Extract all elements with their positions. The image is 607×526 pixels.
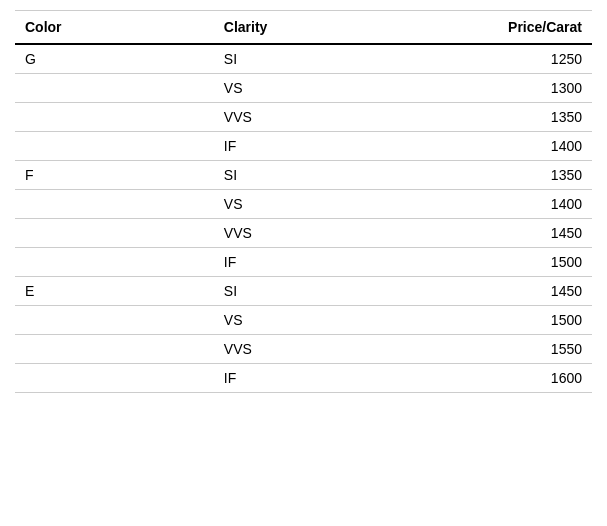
- cell-price: 1450: [413, 277, 592, 306]
- cell-price: 1500: [413, 306, 592, 335]
- cell-color: [15, 364, 214, 393]
- cell-clarity: SI: [214, 277, 413, 306]
- cell-price: 1400: [413, 190, 592, 219]
- cell-price: 1350: [413, 161, 592, 190]
- cell-color: G: [15, 44, 214, 74]
- cell-price: 1250: [413, 44, 592, 74]
- cell-color: [15, 248, 214, 277]
- cell-clarity: VS: [214, 74, 413, 103]
- table-row: VVS1350: [15, 103, 592, 132]
- header-color: Color: [15, 11, 214, 45]
- cell-clarity: IF: [214, 364, 413, 393]
- cell-color: [15, 103, 214, 132]
- table-row: IF1600: [15, 364, 592, 393]
- cell-price: 1550: [413, 335, 592, 364]
- cell-color: [15, 190, 214, 219]
- table-row: IF1400: [15, 132, 592, 161]
- table-row: VS1500: [15, 306, 592, 335]
- cell-price: 1450: [413, 219, 592, 248]
- cell-clarity: IF: [214, 248, 413, 277]
- cell-color: [15, 335, 214, 364]
- header-clarity: Clarity: [214, 11, 413, 45]
- cell-color: [15, 132, 214, 161]
- cell-color: [15, 306, 214, 335]
- table-row: VVS1550: [15, 335, 592, 364]
- cell-price: 1400: [413, 132, 592, 161]
- cell-clarity: VS: [214, 306, 413, 335]
- table-header-row: Color Clarity Price/Carat: [15, 11, 592, 45]
- header-price: Price/Carat: [413, 11, 592, 45]
- table-row: VS1400: [15, 190, 592, 219]
- cell-price: 1500: [413, 248, 592, 277]
- table-row: ESI1450: [15, 277, 592, 306]
- diamond-price-table: Color Clarity Price/Carat GSI1250VS1300V…: [15, 10, 592, 393]
- cell-clarity: SI: [214, 44, 413, 74]
- cell-price: 1350: [413, 103, 592, 132]
- cell-clarity: VVS: [214, 103, 413, 132]
- cell-color: E: [15, 277, 214, 306]
- cell-clarity: SI: [214, 161, 413, 190]
- cell-price: 1600: [413, 364, 592, 393]
- cell-clarity: VS: [214, 190, 413, 219]
- cell-color: F: [15, 161, 214, 190]
- cell-color: [15, 219, 214, 248]
- table-row: FSI1350: [15, 161, 592, 190]
- table-row: GSI1250: [15, 44, 592, 74]
- cell-price: 1300: [413, 74, 592, 103]
- table-row: VS1300: [15, 74, 592, 103]
- cell-clarity: IF: [214, 132, 413, 161]
- cell-color: [15, 74, 214, 103]
- cell-clarity: VVS: [214, 219, 413, 248]
- table-row: IF1500: [15, 248, 592, 277]
- table-row: VVS1450: [15, 219, 592, 248]
- cell-clarity: VVS: [214, 335, 413, 364]
